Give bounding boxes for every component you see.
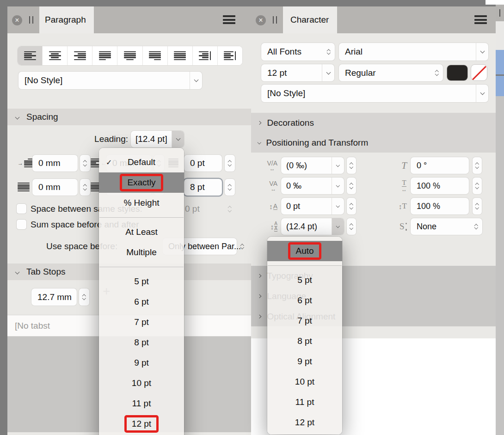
vertical-scale-stepper[interactable] <box>473 198 482 214</box>
menu-item-default[interactable]: ✓Default <box>99 152 184 172</box>
left-indent-stepper[interactable] <box>80 179 90 196</box>
menu-item-10-pt[interactable]: 10 pt <box>267 372 342 392</box>
chevron-down-icon[interactable] <box>332 218 344 235</box>
chevron-down-icon[interactable] <box>332 178 344 194</box>
menu-item-11-pt[interactable]: 11 pt <box>267 392 342 412</box>
menu-item-5-pt[interactable]: 5 pt <box>99 271 184 292</box>
space-between-checkbox[interactable] <box>17 204 26 214</box>
panel-menu-icon[interactable] <box>474 15 487 24</box>
leading-override-combo[interactable]: (12.4 pt) <box>281 218 344 235</box>
menu-item-5-pt[interactable]: 5 pt <box>267 270 342 290</box>
align-away-from-spine-button[interactable] <box>218 46 242 65</box>
menu-item-9-pt[interactable]: 9 pt <box>267 351 342 372</box>
paragraph-panel-header: × Paragraph <box>7 6 251 33</box>
first-line-indent-stepper[interactable] <box>80 155 90 172</box>
baseline-combo[interactable]: 0 pt <box>281 198 344 214</box>
sidebar-selected-item[interactable] <box>496 76 504 96</box>
tab-paragraph[interactable]: Paragraph <box>39 6 94 33</box>
justify-right-button[interactable] <box>143 46 168 65</box>
section-decorations[interactable]: Decorations <box>258 113 314 133</box>
sidebar-selected-item[interactable] <box>496 50 504 74</box>
section-spacing[interactable]: Spacing <box>7 109 251 125</box>
justify-left-button[interactable] <box>92 46 117 65</box>
horizontal-scale-stepper[interactable] <box>473 178 482 194</box>
character-panel-header: × Character <box>251 6 496 33</box>
leading-override-stepper[interactable] <box>347 218 356 235</box>
chevron-down-icon[interactable] <box>190 72 202 89</box>
align-left-button[interactable] <box>18 46 43 65</box>
paragraph-style-select[interactable]: [No Style] <box>18 72 202 89</box>
tab-interval-stepper[interactable] <box>79 288 89 306</box>
chevron-down-icon[interactable] <box>332 157 344 174</box>
justify-all-button[interactable] <box>168 46 193 65</box>
font-size-combo[interactable]: 12 pt <box>261 64 334 81</box>
space-after-stepper[interactable] <box>225 179 235 196</box>
select-arrows-icon <box>241 245 244 249</box>
tab-character[interactable]: Character <box>283 6 337 33</box>
space-before-field[interactable]: 0 pt <box>184 155 222 172</box>
vertical-scale-value: 100 % <box>411 202 440 211</box>
baseline-stepper[interactable] <box>347 198 356 214</box>
menu-item-6-pt[interactable]: 6 pt <box>267 290 342 311</box>
text-stroke-none-swatch[interactable] <box>471 65 487 80</box>
annotation-highlight: Auto <box>288 242 321 260</box>
chevron-down-icon[interactable] <box>332 198 344 214</box>
space-before-stepper[interactable] <box>225 155 235 172</box>
chevron-down-icon[interactable] <box>476 43 488 61</box>
menu-item-8-pt[interactable]: 8 pt <box>267 331 342 351</box>
kerning-stepper[interactable] <box>347 157 356 174</box>
close-icon[interactable]: × <box>256 15 266 25</box>
vertical-scale-field[interactable]: 100 % <box>411 198 469 214</box>
menu-item-8-pt[interactable]: 8 pt <box>99 332 184 353</box>
font-name-combo[interactable]: Arial <box>339 43 488 61</box>
menu-item-at-least[interactable]: At Least <box>99 222 184 242</box>
chevron-down-icon[interactable] <box>172 131 184 147</box>
character-style-select[interactable]: [No Style] <box>261 85 488 102</box>
menu-item-7-pt[interactable]: 7 pt <box>267 311 342 331</box>
menu-item-10-pt[interactable]: 10 pt <box>99 373 184 393</box>
menu-item-auto[interactable]: Auto <box>267 241 342 261</box>
align-towards-spine-button[interactable] <box>193 46 218 65</box>
paragraph-style-value: [No Style] <box>18 75 62 86</box>
left-indent-field[interactable]: 0 mm <box>32 179 78 196</box>
menu-item-7-pt[interactable]: 7 pt <box>99 312 184 332</box>
panel-menu-icon[interactable] <box>223 15 235 24</box>
shear-field[interactable]: 0 ° <box>411 157 469 174</box>
menu-item--height[interactable]: % Height <box>99 193 184 213</box>
leading-label: Leading: <box>35 131 128 147</box>
section-positioning[interactable]: Positioning and Transform <box>258 133 368 153</box>
first-line-indent-field[interactable]: 0 mm <box>32 155 78 172</box>
menu-item-12-pt[interactable]: 12 pt <box>267 412 342 433</box>
menu-separator <box>268 265 342 266</box>
align-center-button[interactable] <box>43 46 68 65</box>
menu-item-11-pt[interactable]: 11 pt <box>99 393 184 414</box>
leading-override-icon: ↕ AA <box>257 218 277 235</box>
text-fill-color-swatch[interactable] <box>447 65 467 80</box>
detach-handle-icon[interactable] <box>273 16 277 24</box>
script-position-select[interactable]: None <box>411 218 482 235</box>
horizontal-scale-field[interactable]: 100 % <box>411 178 469 194</box>
menu-item-6-pt[interactable]: 6 pt <box>99 292 184 312</box>
character-style-value: [No Style] <box>261 88 305 98</box>
leading-combo[interactable]: [12.4 pt] <box>131 131 184 147</box>
chevron-down-icon[interactable] <box>322 64 334 81</box>
chevron-down-icon[interactable] <box>476 85 488 102</box>
font-style-select[interactable]: Regular <box>339 64 443 81</box>
space-after-field[interactable]: 8 pt <box>184 179 222 196</box>
align-right-button[interactable] <box>68 46 92 65</box>
menu-item-9-pt[interactable]: 9 pt <box>99 353 184 373</box>
menu-item-exactly[interactable]: Exactly <box>99 172 184 193</box>
tracking-stepper[interactable] <box>347 178 356 194</box>
sum-space-checkbox[interactable] <box>17 220 26 229</box>
justify-center-button[interactable] <box>117 46 142 65</box>
font-collection-select[interactable]: All Fonts <box>261 43 335 61</box>
kerning-combo[interactable]: (0 ‰) <box>281 157 344 174</box>
shear-stepper[interactable] <box>473 157 482 174</box>
detach-handle-icon[interactable] <box>29 16 33 24</box>
collapsed-panel-tab[interactable] <box>496 5 504 21</box>
close-icon[interactable]: × <box>12 15 22 25</box>
tracking-combo[interactable]: 0 ‰ <box>281 178 344 194</box>
menu-item-multiple[interactable]: Multiple <box>99 242 184 263</box>
menu-item-12-pt[interactable]: 12 pt <box>99 414 184 434</box>
tab-interval-field[interactable]: 12.7 mm <box>31 288 77 306</box>
